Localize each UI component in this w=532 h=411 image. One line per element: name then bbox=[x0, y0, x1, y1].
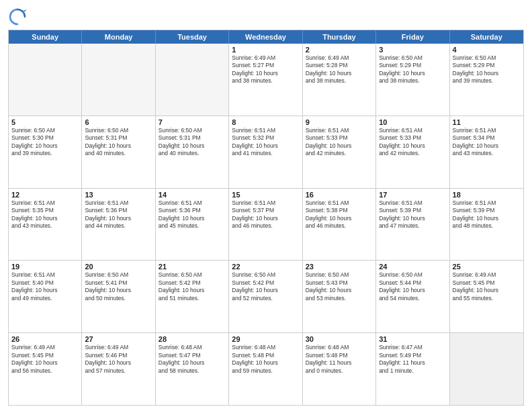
calendar-header-friday: Friday bbox=[376, 30, 449, 44]
calendar-cell-empty bbox=[82, 44, 155, 116]
day-number: 20 bbox=[85, 263, 152, 271]
day-number: 8 bbox=[232, 118, 299, 126]
day-number: 21 bbox=[159, 263, 226, 271]
calendar-cell-day-8: 8Sunrise: 6:51 AM Sunset: 5:32 PM Daylig… bbox=[229, 116, 302, 188]
day-number: 11 bbox=[453, 118, 521, 126]
calendar-header-monday: Monday bbox=[82, 30, 155, 44]
calendar-cell-day-30: 30Sunrise: 6:48 AM Sunset: 5:48 PM Dayli… bbox=[303, 333, 376, 405]
calendar-cell-day-21: 21Sunrise: 6:50 AM Sunset: 5:42 PM Dayli… bbox=[156, 261, 229, 332]
cell-content: Sunrise: 6:51 AM Sunset: 5:36 PM Dayligh… bbox=[159, 199, 226, 230]
day-number: 18 bbox=[453, 191, 521, 199]
calendar-cell-day-25: 25Sunrise: 6:49 AM Sunset: 5:45 PM Dayli… bbox=[450, 261, 523, 332]
day-number: 29 bbox=[232, 335, 299, 343]
cell-content: Sunrise: 6:48 AM Sunset: 5:48 PM Dayligh… bbox=[232, 344, 299, 375]
cell-content: Sunrise: 6:51 AM Sunset: 5:33 PM Dayligh… bbox=[306, 127, 373, 158]
calendar-week-0: 1Sunrise: 6:49 AM Sunset: 5:27 PM Daylig… bbox=[9, 44, 523, 116]
cell-content: Sunrise: 6:48 AM Sunset: 5:47 PM Dayligh… bbox=[159, 344, 226, 375]
cell-content: Sunrise: 6:51 AM Sunset: 5:35 PM Dayligh… bbox=[11, 199, 79, 230]
cell-content: Sunrise: 6:51 AM Sunset: 5:38 PM Dayligh… bbox=[306, 199, 373, 230]
day-number: 31 bbox=[379, 335, 446, 343]
calendar-cell-day-1: 1Sunrise: 6:49 AM Sunset: 5:27 PM Daylig… bbox=[229, 44, 302, 116]
calendar-cell-day-16: 16Sunrise: 6:51 AM Sunset: 5:38 PM Dayli… bbox=[303, 189, 376, 261]
day-number: 6 bbox=[85, 118, 152, 126]
calendar-cell-day-31: 31Sunrise: 6:47 AM Sunset: 5:49 PM Dayli… bbox=[376, 333, 449, 405]
calendar-header-saturday: Saturday bbox=[450, 30, 523, 44]
calendar-week-1: 5Sunrise: 6:50 AM Sunset: 5:30 PM Daylig… bbox=[9, 116, 523, 188]
cell-content: Sunrise: 6:51 AM Sunset: 5:37 PM Dayligh… bbox=[232, 199, 299, 230]
calendar-cell-day-12: 12Sunrise: 6:51 AM Sunset: 5:35 PM Dayli… bbox=[9, 189, 82, 261]
calendar-header-thursday: Thursday bbox=[303, 30, 376, 44]
header bbox=[8, 7, 524, 26]
calendar-cell-empty bbox=[450, 333, 523, 405]
calendar-cell-day-27: 27Sunrise: 6:49 AM Sunset: 5:46 PM Dayli… bbox=[82, 333, 155, 405]
cell-content: Sunrise: 6:50 AM Sunset: 5:29 PM Dayligh… bbox=[379, 54, 446, 85]
calendar-cell-day-3: 3Sunrise: 6:50 AM Sunset: 5:29 PM Daylig… bbox=[376, 44, 449, 116]
day-number: 13 bbox=[85, 191, 152, 199]
day-number: 19 bbox=[11, 263, 79, 271]
calendar-cell-day-14: 14Sunrise: 6:51 AM Sunset: 5:36 PM Dayli… bbox=[156, 189, 229, 261]
calendar-cell-day-2: 2Sunrise: 6:49 AM Sunset: 5:28 PM Daylig… bbox=[303, 44, 376, 116]
day-number: 1 bbox=[232, 46, 299, 54]
calendar-header: SundayMondayTuesdayWednesdayThursdayFrid… bbox=[9, 30, 523, 44]
cell-content: Sunrise: 6:50 AM Sunset: 5:31 PM Dayligh… bbox=[159, 127, 226, 158]
cell-content: Sunrise: 6:49 AM Sunset: 5:45 PM Dayligh… bbox=[453, 271, 521, 302]
day-number: 27 bbox=[85, 335, 152, 343]
cell-content: Sunrise: 6:51 AM Sunset: 5:32 PM Dayligh… bbox=[232, 127, 299, 158]
cell-content: Sunrise: 6:50 AM Sunset: 5:30 PM Dayligh… bbox=[11, 127, 79, 158]
cell-content: Sunrise: 6:50 AM Sunset: 5:31 PM Dayligh… bbox=[85, 127, 152, 158]
calendar-cell-day-13: 13Sunrise: 6:51 AM Sunset: 5:36 PM Dayli… bbox=[82, 189, 155, 261]
cell-content: Sunrise: 6:51 AM Sunset: 5:33 PM Dayligh… bbox=[379, 127, 446, 158]
cell-content: Sunrise: 6:51 AM Sunset: 5:34 PM Dayligh… bbox=[453, 127, 521, 158]
day-number: 5 bbox=[11, 118, 79, 126]
cell-content: Sunrise: 6:49 AM Sunset: 5:27 PM Dayligh… bbox=[232, 54, 299, 85]
day-number: 9 bbox=[306, 118, 373, 126]
cell-content: Sunrise: 6:50 AM Sunset: 5:29 PM Dayligh… bbox=[453, 54, 521, 85]
cell-content: Sunrise: 6:49 AM Sunset: 5:45 PM Dayligh… bbox=[11, 344, 79, 375]
calendar-cell-day-26: 26Sunrise: 6:49 AM Sunset: 5:45 PM Dayli… bbox=[9, 333, 82, 405]
cell-content: Sunrise: 6:50 AM Sunset: 5:44 PM Dayligh… bbox=[379, 271, 446, 302]
day-number: 2 bbox=[306, 46, 373, 54]
calendar-cell-day-29: 29Sunrise: 6:48 AM Sunset: 5:48 PM Dayli… bbox=[229, 333, 302, 405]
day-number: 17 bbox=[379, 191, 446, 199]
day-number: 22 bbox=[232, 263, 299, 271]
calendar-cell-day-5: 5Sunrise: 6:50 AM Sunset: 5:30 PM Daylig… bbox=[9, 116, 82, 188]
cell-content: Sunrise: 6:51 AM Sunset: 5:39 PM Dayligh… bbox=[379, 199, 446, 230]
calendar-header-tuesday: Tuesday bbox=[156, 30, 229, 44]
day-number: 16 bbox=[306, 191, 373, 199]
cell-content: Sunrise: 6:51 AM Sunset: 5:39 PM Dayligh… bbox=[453, 199, 521, 230]
day-number: 15 bbox=[232, 191, 299, 199]
calendar-cell-day-15: 15Sunrise: 6:51 AM Sunset: 5:37 PM Dayli… bbox=[229, 189, 302, 261]
calendar-cell-day-28: 28Sunrise: 6:48 AM Sunset: 5:47 PM Dayli… bbox=[156, 333, 229, 405]
day-number: 7 bbox=[159, 118, 226, 126]
calendar-week-2: 12Sunrise: 6:51 AM Sunset: 5:35 PM Dayli… bbox=[9, 188, 523, 261]
cell-content: Sunrise: 6:51 AM Sunset: 5:36 PM Dayligh… bbox=[85, 199, 152, 230]
day-number: 30 bbox=[306, 335, 373, 343]
cell-content: Sunrise: 6:48 AM Sunset: 5:48 PM Dayligh… bbox=[306, 344, 373, 375]
day-number: 4 bbox=[453, 46, 521, 54]
cell-content: Sunrise: 6:49 AM Sunset: 5:28 PM Dayligh… bbox=[306, 54, 373, 85]
day-number: 12 bbox=[11, 191, 79, 199]
cell-content: Sunrise: 6:50 AM Sunset: 5:42 PM Dayligh… bbox=[232, 271, 299, 302]
day-number: 28 bbox=[159, 335, 226, 343]
cell-content: Sunrise: 6:49 AM Sunset: 5:46 PM Dayligh… bbox=[85, 344, 152, 375]
cell-content: Sunrise: 6:47 AM Sunset: 5:49 PM Dayligh… bbox=[379, 344, 446, 375]
calendar-week-4: 26Sunrise: 6:49 AM Sunset: 5:45 PM Dayli… bbox=[9, 332, 523, 405]
logo-icon bbox=[8, 7, 27, 26]
calendar-header-wednesday: Wednesday bbox=[229, 30, 302, 44]
calendar-cell-day-11: 11Sunrise: 6:51 AM Sunset: 5:34 PM Dayli… bbox=[450, 116, 523, 188]
calendar-header-sunday: Sunday bbox=[9, 30, 82, 44]
day-number: 24 bbox=[379, 263, 446, 271]
calendar-cell-day-22: 22Sunrise: 6:50 AM Sunset: 5:42 PM Dayli… bbox=[229, 261, 302, 332]
calendar-cell-day-10: 10Sunrise: 6:51 AM Sunset: 5:33 PM Dayli… bbox=[376, 116, 449, 188]
cell-content: Sunrise: 6:51 AM Sunset: 5:40 PM Dayligh… bbox=[11, 271, 79, 302]
day-number: 26 bbox=[11, 335, 79, 343]
calendar-body: 1Sunrise: 6:49 AM Sunset: 5:27 PM Daylig… bbox=[9, 44, 523, 405]
cell-content: Sunrise: 6:50 AM Sunset: 5:42 PM Dayligh… bbox=[159, 271, 226, 302]
calendar-cell-day-4: 4Sunrise: 6:50 AM Sunset: 5:29 PM Daylig… bbox=[450, 44, 523, 116]
calendar-cell-empty bbox=[156, 44, 229, 116]
calendar-cell-day-20: 20Sunrise: 6:50 AM Sunset: 5:41 PM Dayli… bbox=[82, 261, 155, 332]
day-number: 14 bbox=[159, 191, 226, 199]
day-number: 10 bbox=[379, 118, 446, 126]
calendar-cell-day-18: 18Sunrise: 6:51 AM Sunset: 5:39 PM Dayli… bbox=[450, 189, 523, 261]
day-number: 25 bbox=[453, 263, 521, 271]
